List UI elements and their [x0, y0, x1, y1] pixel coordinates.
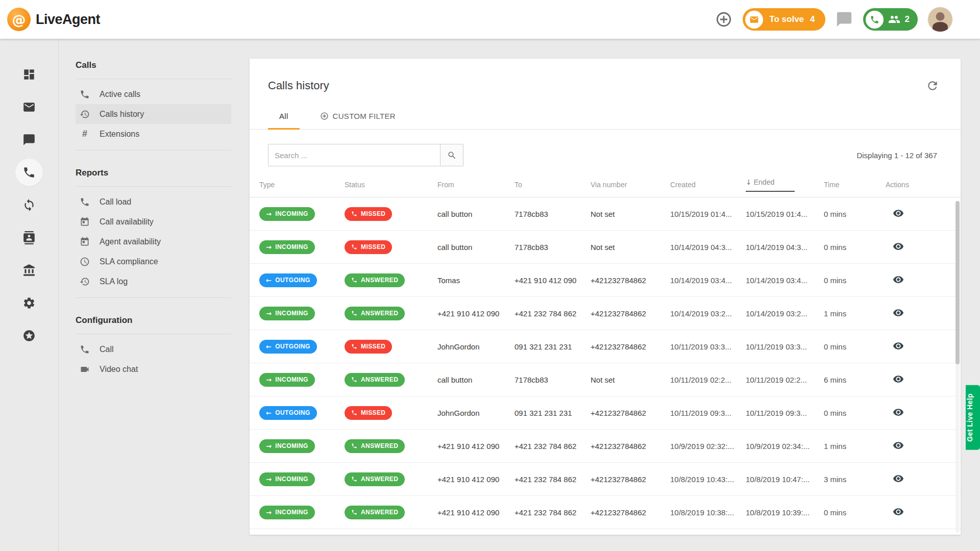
- brand-logo[interactable]: @ LiveAgent: [7, 8, 100, 31]
- column-header-ended[interactable]: ↓Ended: [746, 178, 824, 192]
- dashboard-icon: [22, 68, 36, 81]
- view-call-button[interactable]: [893, 373, 904, 385]
- table-row[interactable]: ← OUTGOING ANSWERED Tomas +421 910 412 0…: [250, 264, 961, 297]
- contacts-icon: [22, 231, 36, 244]
- direction-arrow-icon: ←: [266, 409, 272, 417]
- to-solve-label: To solve: [769, 14, 804, 24]
- to-solve-button[interactable]: To solve 4: [743, 8, 825, 31]
- type-badge: → INCOMING: [259, 506, 315, 519]
- via-number-cell: +421232784862: [591, 276, 670, 285]
- sidebar-item-video-chat[interactable]: Video chat: [76, 359, 231, 379]
- from-cell: +421 910 412 090: [437, 309, 514, 318]
- from-cell: +421 910 412 090: [437, 442, 514, 450]
- sidebar-item-call-load[interactable]: Call load: [76, 192, 231, 212]
- sidebar-item-sla-compliance[interactable]: SLA compliance: [76, 252, 231, 271]
- view-call-button[interactable]: [893, 208, 904, 219]
- rail-item-gamification[interactable]: [15, 322, 43, 349]
- view-call-button[interactable]: [893, 506, 904, 517]
- sidebar-item-call-config[interactable]: Call: [76, 339, 231, 359]
- status-badge: MISSED: [345, 240, 392, 254]
- sidebar-item-active-calls[interactable]: Active calls: [76, 84, 231, 104]
- page-title: Calls history: [268, 79, 329, 92]
- column-header-to[interactable]: To: [514, 181, 591, 189]
- tab-custom-filter[interactable]: CUSTOM FILTER: [318, 112, 398, 130]
- time-cell: 0 mins: [824, 508, 886, 517]
- table-row[interactable]: → INCOMING MISSED call button 7178cb83 N…: [250, 197, 961, 231]
- table-row[interactable]: ← OUTGOING MISSED JohnGordon 091 321 231…: [250, 330, 961, 363]
- phone-icon: [351, 509, 357, 515]
- sidebar-item-calls-history[interactable]: Calls history: [76, 104, 231, 124]
- from-cell: call button: [437, 375, 514, 384]
- add-circle-icon[interactable]: [715, 11, 732, 28]
- ended-cell: 10/11/2019 02:2...: [746, 375, 824, 384]
- eye-icon: [893, 241, 904, 252]
- ended-cell: 10/14/2019 03:4...: [746, 276, 824, 285]
- view-call-button[interactable]: [893, 241, 904, 252]
- sidebar-item-call-availability[interactable]: Call availability: [76, 212, 231, 232]
- column-header-from[interactable]: From: [437, 181, 514, 189]
- chat-bubble-icon[interactable]: [836, 11, 853, 28]
- column-header-time[interactable]: Time: [824, 181, 886, 189]
- status-badge: MISSED: [345, 207, 392, 221]
- view-call-button[interactable]: [893, 340, 904, 352]
- sidebar-item-sla-log[interactable]: SLA log: [76, 271, 231, 291]
- time-cell: 0 mins: [824, 409, 886, 417]
- phone-icon: [866, 11, 884, 29]
- to-cell: 091 321 231 231: [514, 409, 591, 417]
- view-call-button[interactable]: [893, 307, 904, 318]
- column-header-via-number[interactable]: Via number: [591, 181, 670, 189]
- type-badge: → INCOMING: [259, 240, 315, 254]
- brand-name: LiveAgent: [36, 12, 100, 28]
- get-live-help-button[interactable]: Get Live Help: [966, 385, 980, 450]
- rail-item-customers[interactable]: [15, 224, 43, 252]
- from-cell: JohnGordon: [437, 409, 514, 417]
- tab-all[interactable]: All: [268, 112, 300, 130]
- type-badge: → INCOMING: [259, 472, 315, 486]
- sidebar-item-agent-availability[interactable]: Agent availability: [76, 232, 231, 252]
- sidebar-item-extensions[interactable]: # Extensions: [76, 124, 231, 144]
- created-cell: 10/15/2019 01:4...: [670, 210, 746, 218]
- rail-item-dashboard[interactable]: [15, 61, 43, 88]
- update-clock-icon: [80, 277, 90, 287]
- calls-status-button[interactable]: 2: [863, 8, 918, 31]
- created-cell: 10/14/2019 03:4...: [670, 276, 746, 285]
- rail-item-tickets[interactable]: [15, 93, 43, 121]
- table-row[interactable]: → INCOMING ANSWERED +421 910 412 090 +42…: [250, 463, 961, 496]
- rail-item-calls[interactable]: [15, 159, 43, 186]
- mail-icon: [22, 101, 36, 114]
- search-input[interactable]: [268, 144, 440, 166]
- ended-cell: 10/8/2019 10:47:...: [746, 475, 824, 484]
- table-row[interactable]: ← OUTGOING MISSED JohnGordon 091 321 231…: [250, 396, 961, 430]
- scrollbar-thumb[interactable]: [955, 201, 960, 364]
- rail-item-company[interactable]: [15, 257, 43, 284]
- refresh-icon[interactable]: [926, 79, 939, 92]
- column-header-created[interactable]: Created: [670, 181, 746, 189]
- created-cell: 10/11/2019 03:3...: [670, 342, 746, 351]
- rail-item-automation[interactable]: [15, 191, 43, 219]
- topbar-actions: To solve 4 2: [715, 7, 952, 32]
- star-circle-icon: [22, 329, 36, 342]
- rail-item-chats[interactable]: [15, 126, 43, 154]
- table-row[interactable]: → INCOMING ANSWERED +421 910 412 090 +42…: [250, 496, 961, 529]
- created-cell: 10/14/2019 03:2...: [670, 309, 746, 318]
- table-row[interactable]: → INCOMING MISSED call button 7178cb83 N…: [250, 231, 961, 264]
- chat-bubble-icon: [22, 133, 36, 146]
- via-number-cell: Not set: [591, 243, 670, 252]
- rail-item-settings[interactable]: [15, 289, 43, 317]
- user-avatar[interactable]: [928, 7, 952, 32]
- eye-icon: [893, 373, 904, 385]
- search-group: [268, 144, 463, 166]
- type-badge: → INCOMING: [259, 439, 315, 453]
- table-row[interactable]: → INCOMING ANSWERED call button 7178cb83…: [250, 363, 961, 396]
- column-header-type[interactable]: Type: [259, 181, 345, 189]
- table-row[interactable]: → INCOMING ANSWERED +421 910 412 090 +42…: [250, 430, 961, 463]
- view-call-button[interactable]: [893, 473, 904, 484]
- table-row[interactable]: → INCOMING ANSWERED +421 910 412 090 +42…: [250, 297, 961, 330]
- view-call-button[interactable]: [893, 440, 904, 451]
- phone-icon: [351, 244, 357, 250]
- search-button[interactable]: [440, 144, 463, 166]
- column-header-status[interactable]: Status: [345, 181, 437, 189]
- ended-cell: 10/14/2019 03:2...: [746, 309, 824, 318]
- view-call-button[interactable]: [893, 274, 904, 285]
- view-call-button[interactable]: [893, 407, 904, 418]
